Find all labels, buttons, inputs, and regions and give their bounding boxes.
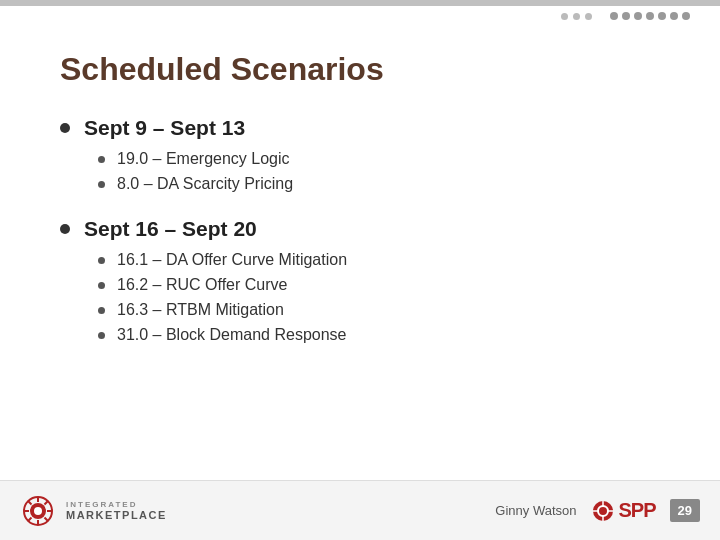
dot bbox=[658, 12, 666, 20]
spp-logo: SPP bbox=[591, 499, 656, 523]
footer: INTEGRATED MARKETPLACE Ginny Watson SPP … bbox=[0, 480, 720, 540]
dot bbox=[682, 12, 690, 20]
svg-line-9 bbox=[45, 500, 49, 504]
sub-bullet bbox=[98, 181, 105, 188]
dot bbox=[561, 13, 568, 20]
list-item: 16.2 – RUC Offer Curve bbox=[98, 276, 680, 294]
section-sept-16: Sept 16 – Sept 20 16.1 – DA Offer Curve … bbox=[60, 217, 680, 344]
slide-title: Scheduled Scenarios bbox=[60, 50, 680, 88]
slide: Scheduled Scenarios Sept 9 – Sept 13 19.… bbox=[0, 0, 720, 540]
page-number: 29 bbox=[670, 499, 700, 522]
logo-bottom-label: MARKETPLACE bbox=[66, 509, 167, 521]
main-bullet-2 bbox=[60, 224, 70, 234]
logo-text: INTEGRATED MARKETPLACE bbox=[66, 500, 167, 521]
dot bbox=[634, 12, 642, 20]
slide-content: Scheduled Scenarios Sept 9 – Sept 13 19.… bbox=[60, 50, 680, 470]
sub-bullet bbox=[98, 156, 105, 163]
spp-label: SPP bbox=[619, 499, 656, 522]
item-text: 8.0 – DA Scarcity Pricing bbox=[117, 175, 293, 193]
svg-point-2 bbox=[34, 507, 42, 515]
dot-group-large bbox=[610, 12, 690, 20]
list-item: 8.0 – DA Scarcity Pricing bbox=[98, 175, 680, 193]
author-label: Ginny Watson bbox=[495, 503, 576, 518]
dot bbox=[622, 12, 630, 20]
bottom-right: Ginny Watson SPP 29 bbox=[495, 499, 700, 523]
section-2-title: Sept 16 – Sept 20 bbox=[84, 217, 257, 241]
section-1-items: 19.0 – Emergency Logic 8.0 – DA Scarcity… bbox=[60, 150, 680, 193]
dot bbox=[573, 13, 580, 20]
section-sept-9: Sept 9 – Sept 13 19.0 – Emergency Logic … bbox=[60, 116, 680, 193]
dot-group-small bbox=[561, 13, 592, 20]
svg-line-8 bbox=[45, 517, 49, 521]
sub-bullet bbox=[98, 257, 105, 264]
section-2-items: 16.1 – DA Offer Curve Mitigation 16.2 – … bbox=[60, 251, 680, 344]
item-text: 19.0 – Emergency Logic bbox=[117, 150, 290, 168]
item-text: 16.1 – DA Offer Curve Mitigation bbox=[117, 251, 347, 269]
section-1-header: Sept 9 – Sept 13 bbox=[60, 116, 680, 140]
top-dots-area bbox=[561, 12, 690, 20]
item-text: 16.3 – RTBM Mitigation bbox=[117, 301, 284, 319]
dot bbox=[585, 13, 592, 20]
sub-bullet bbox=[98, 332, 105, 339]
section-2-header: Sept 16 – Sept 20 bbox=[60, 217, 680, 241]
logo-area: INTEGRATED MARKETPLACE bbox=[20, 493, 167, 529]
list-item: 16.1 – DA Offer Curve Mitigation bbox=[98, 251, 680, 269]
svg-line-10 bbox=[28, 517, 32, 521]
dot bbox=[646, 12, 654, 20]
sub-bullet bbox=[98, 282, 105, 289]
svg-line-7 bbox=[28, 500, 32, 504]
dot bbox=[610, 12, 618, 20]
list-item: 31.0 – Block Demand Response bbox=[98, 326, 680, 344]
item-text: 31.0 – Block Demand Response bbox=[117, 326, 346, 344]
main-bullet-1 bbox=[60, 123, 70, 133]
section-1-title: Sept 9 – Sept 13 bbox=[84, 116, 245, 140]
top-bar bbox=[0, 0, 720, 6]
sub-bullet bbox=[98, 307, 105, 314]
spp-icon bbox=[591, 499, 615, 523]
item-text: 16.2 – RUC Offer Curve bbox=[117, 276, 287, 294]
logo-top-label: INTEGRATED bbox=[66, 500, 167, 509]
dot bbox=[670, 12, 678, 20]
list-item: 16.3 – RTBM Mitigation bbox=[98, 301, 680, 319]
list-item: 19.0 – Emergency Logic bbox=[98, 150, 680, 168]
logo-icon bbox=[20, 493, 56, 529]
